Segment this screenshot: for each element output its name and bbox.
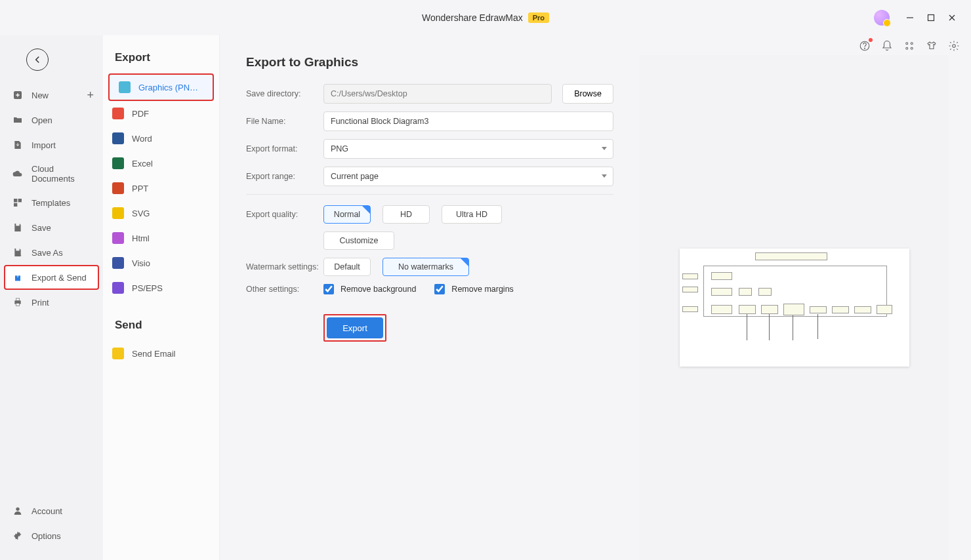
remove-margin-label: Remove margins xyxy=(451,285,513,294)
nav-options[interactable]: Options xyxy=(0,523,103,548)
watermark-default[interactable]: Default xyxy=(323,258,371,276)
gear-icon[interactable] xyxy=(947,39,961,52)
quality-hd[interactable]: HD xyxy=(382,205,430,224)
help-icon[interactable] xyxy=(858,39,871,52)
plus-square-icon xyxy=(12,89,24,101)
range-label: Export range: xyxy=(246,172,323,181)
header-tools xyxy=(858,39,961,52)
fmt-label: Send Email xyxy=(132,349,175,359)
word-icon xyxy=(112,132,124,144)
svg-point-8 xyxy=(906,47,908,49)
svg-point-6 xyxy=(906,43,908,45)
browse-button[interactable]: Browse xyxy=(562,84,613,104)
preview-thumbnail xyxy=(680,249,909,367)
fmt-graphics[interactable]: Graphics (PNG, JPG e... xyxy=(108,73,214,101)
nav-label: Export & Send xyxy=(31,273,87,283)
nav-label: Open xyxy=(31,115,52,125)
fmt-pdf[interactable]: PDF xyxy=(103,101,219,126)
svg-point-7 xyxy=(911,43,913,45)
fmt-html[interactable]: Html xyxy=(103,226,219,250)
minimize-button[interactable] xyxy=(905,13,915,22)
fmt-label: PPT xyxy=(132,184,148,193)
apps-icon[interactable] xyxy=(903,39,916,52)
filename-input[interactable] xyxy=(323,111,613,131)
fmt-visio[interactable]: Visio xyxy=(103,250,219,275)
svg-point-5 xyxy=(865,48,865,49)
tshirt-icon[interactable] xyxy=(925,39,938,52)
quality-label: Export quality: xyxy=(246,210,323,219)
savedir-input[interactable] xyxy=(323,84,552,104)
nav-cloud[interactable]: Cloud Documents xyxy=(0,157,103,190)
svg-rect-16 xyxy=(16,249,19,250)
bell-icon[interactable] xyxy=(880,39,894,52)
image-icon xyxy=(119,81,131,93)
mail-icon xyxy=(112,348,124,359)
fmt-label: Visio xyxy=(132,258,150,268)
send-section-title: Send xyxy=(103,316,219,341)
saveas-icon xyxy=(12,247,24,258)
nav-import[interactable]: Import xyxy=(0,132,103,157)
remove-margin-checkbox[interactable] xyxy=(434,284,445,294)
nav-label: Print xyxy=(31,298,49,308)
watermark-none[interactable]: No watermarks xyxy=(382,258,469,276)
nav-save[interactable]: Save xyxy=(0,215,103,240)
export-button[interactable]: Export xyxy=(327,317,383,338)
nav-saveas[interactable]: Save As xyxy=(0,240,103,265)
nav-templates[interactable]: Templates xyxy=(0,190,103,215)
send-email[interactable]: Send Email xyxy=(103,341,219,366)
format-label: Export format: xyxy=(246,144,323,153)
nav-label: Save xyxy=(31,223,51,233)
nav-label: New xyxy=(31,90,49,100)
fmt-label: SVG xyxy=(132,209,150,218)
save-icon xyxy=(12,222,24,233)
fmt-excel[interactable]: Excel xyxy=(103,151,219,176)
divider xyxy=(246,194,613,195)
nav-label: Import xyxy=(31,140,56,150)
avatar[interactable] xyxy=(874,10,890,26)
nav-label: Templates xyxy=(31,198,70,208)
pro-badge: Pro xyxy=(528,12,549,23)
print-icon xyxy=(12,296,24,308)
svg-point-10 xyxy=(953,45,956,48)
svg-rect-1 xyxy=(928,15,934,21)
fmt-ppt[interactable]: PPT xyxy=(103,176,219,201)
fmt-word[interactable]: Word xyxy=(103,126,219,151)
nav-account[interactable]: Account xyxy=(0,498,103,523)
svg-point-9 xyxy=(911,47,913,49)
format-select[interactable]: PNG xyxy=(323,139,613,159)
nav-label: Options xyxy=(31,531,61,541)
other-label: Other settings: xyxy=(246,285,323,294)
export-icon xyxy=(12,271,24,283)
export-section-title: Export xyxy=(103,49,219,73)
nav-export-send[interactable]: Export & Send xyxy=(4,265,99,290)
nav-label: Save As xyxy=(31,248,63,258)
svg-point-20 xyxy=(16,508,19,511)
close-button[interactable] xyxy=(947,13,957,22)
back-button[interactable] xyxy=(26,49,49,71)
import-icon xyxy=(12,139,24,151)
remove-bg-checkbox[interactable] xyxy=(323,284,334,294)
nav-new[interactable]: New + xyxy=(0,83,103,108)
export-format-sidebar: Export Graphics (PNG, JPG e... PDF Word … xyxy=(103,35,220,560)
quality-customize[interactable]: Customize xyxy=(323,231,394,250)
fmt-svg[interactable]: SVG xyxy=(103,201,219,226)
preview-pane xyxy=(640,55,949,560)
savedir-label: Save directory: xyxy=(246,89,323,98)
nav-print[interactable]: Print xyxy=(0,290,103,315)
filename-label: File Name: xyxy=(246,117,323,126)
quality-uhd[interactable]: Ultra HD xyxy=(442,205,502,224)
svg-rect-15 xyxy=(16,224,19,226)
range-select[interactable]: Current page xyxy=(323,167,613,186)
plus-icon[interactable]: + xyxy=(87,89,94,102)
svg-icon xyxy=(112,207,124,219)
cloud-icon xyxy=(12,168,24,180)
maximize-button[interactable] xyxy=(926,13,936,22)
account-icon xyxy=(12,505,24,517)
ps-icon xyxy=(112,282,124,294)
watermark-label: Watermark settings: xyxy=(246,262,323,271)
page-title: Export to Graphics xyxy=(246,55,613,70)
nav-open[interactable]: Open xyxy=(0,108,103,132)
titlebar: Wondershare EdrawMax Pro xyxy=(0,0,971,35)
quality-normal[interactable]: Normal xyxy=(323,205,371,224)
fmt-pseps[interactable]: PS/EPS xyxy=(103,275,219,300)
